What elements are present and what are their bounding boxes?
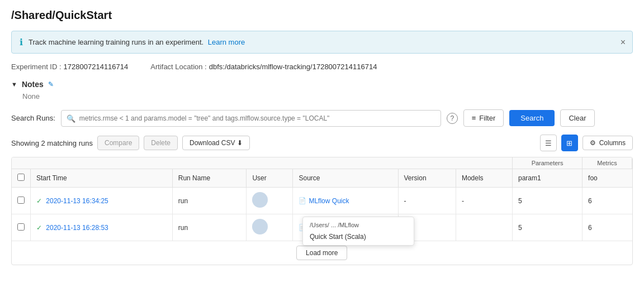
tooltip-name: Quick Start (Scala): [303, 231, 414, 243]
artifact-location-label: Artifact Location :: [150, 63, 206, 71]
experiment-id-value: 1728007214116714: [64, 63, 129, 71]
row-models: -: [456, 188, 512, 214]
row-checkbox[interactable]: [17, 197, 25, 204]
filter-label: Filter: [479, 114, 495, 122]
filter-button[interactable]: ≡ Filter: [463, 109, 504, 127]
runs-table-wrapper: Parameters Metrics Start Time Run Name U…: [11, 157, 633, 265]
start-time-link[interactable]: 2020-11-13 16:28:53: [46, 224, 108, 232]
row-start-time: ✓ 2020-11-13 16:28:53: [31, 214, 173, 241]
download-csv-button[interactable]: Download CSV ⬇: [182, 136, 250, 150]
grid-view-button[interactable]: ⊞: [561, 135, 578, 151]
row-version: -: [398, 188, 456, 214]
col-foo: foo: [583, 169, 632, 188]
row-user: [247, 214, 293, 241]
results-right: ☰ ⊞ ⚙ Columns: [540, 135, 633, 151]
runs-table: Parameters Metrics Start Time Run Name U…: [12, 157, 632, 265]
search-button[interactable]: Search: [509, 110, 555, 126]
user-avatar: [252, 192, 268, 208]
load-more-button[interactable]: Load more: [296, 246, 347, 260]
notes-content: None: [22, 92, 633, 100]
columns-button[interactable]: ⚙ Columns: [583, 136, 633, 150]
search-input-wrapper: 🔍: [61, 110, 441, 127]
row-foo: 6: [583, 214, 632, 241]
row-start-time: ✓ 2020-11-13 16:34:25: [31, 188, 173, 214]
results-left: Showing 2 matching runs Compare Delete D…: [11, 136, 250, 150]
select-all-checkbox[interactable]: [17, 174, 25, 181]
results-count: Showing 2 matching runs: [11, 139, 93, 147]
delete-button[interactable]: Delete: [144, 136, 178, 150]
row-user: [247, 188, 293, 214]
download-icon: ⬇: [237, 139, 243, 147]
search-input[interactable]: [61, 110, 441, 127]
source-icon: 📄: [299, 197, 306, 204]
experiment-id-item: Experiment ID : 1728007214116714: [11, 63, 128, 71]
group-header-row: Parameters Metrics: [12, 157, 632, 169]
col-start-time: Start Time: [31, 169, 173, 188]
status-icon: ✓: [36, 224, 42, 232]
group-header-empty: [12, 157, 513, 169]
meta-row: Experiment ID : 1728007214116714 Artifac…: [11, 63, 633, 71]
group-header-parameters: Parameters: [513, 157, 583, 169]
notes-header[interactable]: ▼ Notes ✎: [11, 80, 633, 89]
row-source: 📄 MLflow Quick: [293, 188, 398, 214]
col-version: Version: [398, 169, 456, 188]
search-runs-row: Search Runs: 🔍 ? ≡ Filter Search Clear: [11, 109, 633, 127]
tooltip-path: /Users/ ... /MLflow: [303, 219, 414, 231]
notes-toggle-icon: ▼: [11, 81, 17, 88]
artifact-location-item: Artifact Location : dbfs:/databricks/mlf…: [150, 63, 377, 71]
notes-edit-icon[interactable]: ✎: [48, 80, 54, 88]
experiment-id-label: Experiment ID :: [11, 63, 61, 71]
columns-label: Columns: [599, 139, 626, 147]
row-checkbox-cell: [12, 188, 31, 214]
notes-title: Notes: [22, 80, 44, 89]
row-checkbox[interactable]: [17, 223, 25, 231]
banner-text: Track machine learning training runs in …: [29, 38, 245, 46]
col-source: Source: [293, 169, 398, 188]
banner-close-button[interactable]: ×: [621, 37, 626, 47]
user-avatar: [252, 219, 268, 234]
row-checkbox-cell: [12, 214, 31, 241]
info-icon: ℹ: [20, 37, 23, 47]
notes-section: ▼ Notes ✎ None: [11, 80, 633, 100]
col-user: User: [247, 169, 293, 188]
col-models: Models: [456, 169, 512, 188]
col-param1: param1: [513, 169, 583, 188]
table-row: ✓ 2020-11-13 16:34:25 run 📄 MLflow Quick…: [12, 188, 632, 214]
results-row: Showing 2 matching runs Compare Delete D…: [11, 135, 633, 151]
download-label: Download CSV: [190, 139, 235, 147]
compare-button[interactable]: Compare: [97, 136, 139, 150]
group-header-metrics: Metrics: [583, 157, 632, 169]
source-link[interactable]: 📄 MLflow Quick: [299, 197, 392, 205]
list-view-icon: ☰: [545, 139, 552, 147]
col-header-row: Start Time Run Name User Source Version …: [12, 169, 632, 188]
filter-icon: ≡: [472, 114, 476, 122]
list-view-button[interactable]: ☰: [540, 135, 557, 151]
artifact-location-value: dbfs:/databricks/mlflow-tracking/1728007…: [209, 63, 377, 71]
start-time-link[interactable]: 2020-11-13 16:34:25: [46, 197, 108, 205]
row-param1: 5: [513, 214, 583, 241]
grid-view-icon: ⊞: [566, 139, 572, 147]
source-tooltip: /Users/ ... /MLflow Quick Start (Scala): [302, 217, 414, 246]
info-banner: ℹ Track machine learning training runs i…: [11, 31, 633, 54]
clear-button[interactable]: Clear: [560, 109, 594, 127]
row-models: [456, 214, 512, 241]
search-runs-label: Search Runs:: [11, 114, 55, 122]
row-run-name: run: [172, 214, 247, 241]
help-icon[interactable]: ?: [447, 113, 458, 124]
learn-more-link[interactable]: Learn more: [208, 38, 245, 46]
row-foo: 6: [583, 188, 632, 214]
page-title: /Shared/QuickStart: [11, 9, 633, 22]
status-icon: ✓: [36, 197, 42, 205]
col-run-name: Run Name: [172, 169, 247, 188]
row-run-name: run: [172, 188, 247, 214]
row-param1: 5: [513, 188, 583, 214]
col-checkbox: [12, 169, 31, 188]
search-icon: 🔍: [67, 114, 75, 122]
columns-icon: ⚙: [590, 139, 596, 147]
